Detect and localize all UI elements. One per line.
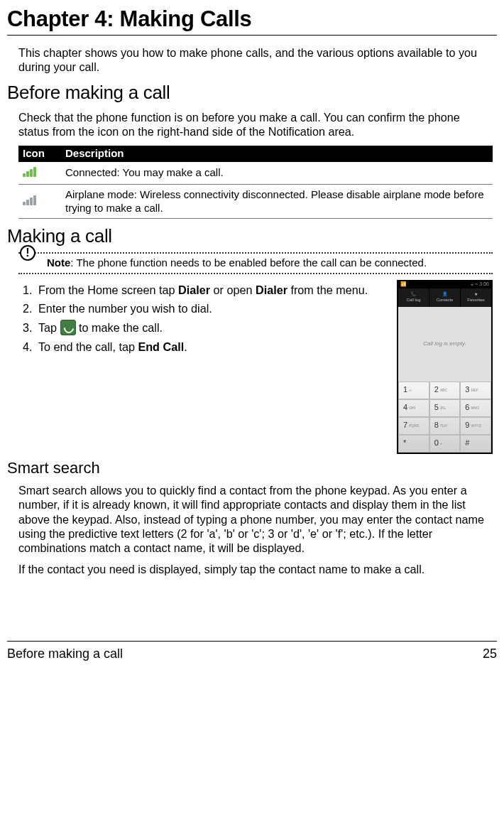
phone-status-right: ⏚ ⌁ 3:06: [471, 281, 489, 288]
heading-before-making-call: Before making a call: [7, 81, 497, 104]
signal-airplane-icon: [18, 184, 61, 219]
note-exclamation-icon: !: [20, 245, 35, 261]
chapter-title: Chapter 4: Making Calls: [7, 6, 497, 33]
footer-section-name: Before making a call: [7, 646, 123, 662]
phone-dialer-screenshot: 📶 ⏚ ⌁ 3:06 📞Call log 👤Contacts ★Favorite…: [397, 280, 493, 454]
chapter-rule: [7, 35, 497, 36]
table-row: Airplane mode: Wireless connectivity dis…: [18, 184, 493, 219]
table-cell-desc: Airplane mode: Wireless connectivity dis…: [61, 184, 493, 219]
table-header-description: Description: [61, 146, 493, 162]
heading-making-a-call: Making a call: [7, 225, 497, 248]
step-2: Enter the number you wish to dial.: [35, 301, 390, 315]
table-row: Connected: You may make a call.: [18, 162, 493, 184]
footer-page-number: 25: [483, 646, 497, 662]
phone-keypad: 1∞ 2ABC 3DEF 4GHI 5JKL 6MNO 7PQRS 8TUV 9…: [398, 382, 491, 453]
smart-search-paragraph-1: Smart search allows you to quickly find …: [18, 483, 493, 555]
phone-tab: ★Favorites: [461, 288, 491, 307]
page-footer: Before making a call 25: [7, 641, 497, 662]
phone-tab: 📞Call log: [398, 288, 429, 307]
intro-paragraph: This chapter shows you how to make phone…: [18, 45, 493, 75]
note-text: : The phone function needs to be enabled…: [70, 256, 427, 269]
phone-call-log-empty: Call log is empty.: [398, 307, 491, 382]
note-box: ! Note: The phone function needs to be e…: [18, 252, 493, 274]
before-call-text: Check that the phone function is on befo…: [18, 110, 493, 139]
step-1: From the Home screen tap Dialer or open …: [35, 283, 390, 297]
heading-smart-search: Smart search: [7, 458, 497, 478]
table-cell-desc: Connected: You may make a call.: [61, 162, 493, 184]
phone-tab: 👤Contacts: [429, 288, 461, 307]
note-label: Note: [47, 256, 70, 269]
step-3: Tap to make the call.: [35, 320, 390, 335]
step-4: To end the call, tap End Call.: [35, 340, 390, 354]
steps-list: From the Home screen tap Dialer or open …: [18, 283, 390, 355]
signal-connected-icon: [18, 162, 61, 184]
table-header-icon: Icon: [18, 146, 61, 162]
phone-status-left: 📶: [400, 281, 407, 288]
call-icon: [60, 320, 76, 335]
smart-search-paragraph-2: If the contact you need is displayed, si…: [18, 562, 493, 576]
icon-description-table: Icon Description Connected: You may make…: [18, 146, 493, 219]
